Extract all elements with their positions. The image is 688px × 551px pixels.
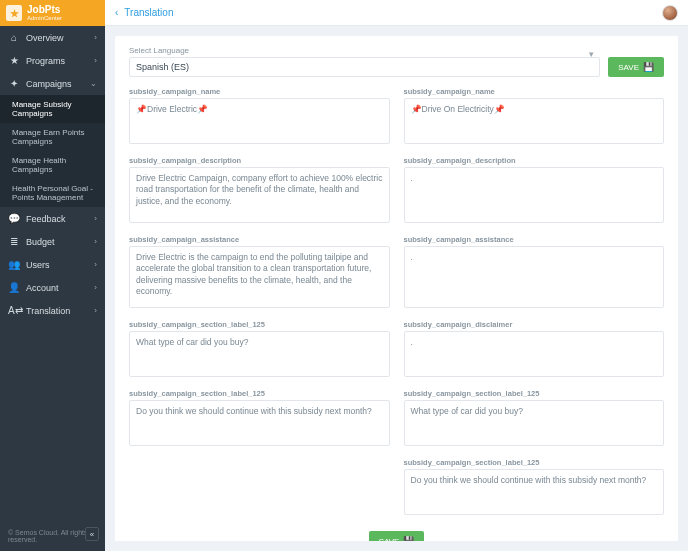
src-desc-input[interactable]: Drive Electric Campaign, company effort … <box>129 167 390 223</box>
field-tgt-assist: subsidy_campaign_assistance . <box>404 235 665 310</box>
src-assist-input[interactable]: Drive Electric is the campaign to end th… <box>129 246 390 308</box>
star-icon: ★ <box>8 55 20 66</box>
brand-logo: ★ <box>6 5 22 21</box>
chevron-right-icon: › <box>94 237 97 246</box>
field-label: subsidy_campaign_name <box>404 87 665 96</box>
field-src-q2: subsidy_campaign_section_label_125 Do yo… <box>129 389 390 448</box>
subnav-manage-health[interactable]: Manage Health Campaigns <box>0 151 105 179</box>
tgt-desc-input[interactable]: . <box>404 167 665 223</box>
tgt-disc-input[interactable]: . <box>404 331 665 377</box>
chevron-right-icon: › <box>94 306 97 315</box>
field-label: subsidy_campaign_section_label_125 <box>129 320 390 329</box>
field-label: subsidy_campaign_assistance <box>404 235 665 244</box>
nav-label: Campaigns <box>26 79 84 89</box>
field-tgt-q1: subsidy_campaign_section_label_125 What … <box>404 389 665 448</box>
users-icon: 👥 <box>8 259 20 270</box>
field-src-q1: subsidy_campaign_section_label_125 What … <box>129 320 390 379</box>
chevron-down-icon: ⌄ <box>90 79 97 88</box>
nav-budget[interactable]: ≣ Budget › <box>0 230 105 253</box>
src-name-input[interactable]: 📌Drive Electric📌 <box>129 98 390 144</box>
nav: ⌂ Overview › ★ Programs › ✦ Campaigns ⌄ … <box>0 26 105 521</box>
field-tgt-disc: subsidy_campaign_disclaimer . <box>404 320 665 379</box>
language-select[interactable]: Spanish (ES) <box>129 57 600 77</box>
src-q1-input[interactable]: What type of car did you buy? <box>129 331 390 377</box>
dashboard-icon: ⌂ <box>8 32 20 43</box>
nav-feedback[interactable]: 💬 Feedback › <box>0 207 105 230</box>
copyright: © Semos Cloud. All rights reserved. <box>8 529 87 543</box>
page-title: Translation <box>124 7 173 18</box>
tgt-name-input[interactable]: 📌Drive On Electricity📌 <box>404 98 665 144</box>
field-tgt-q2: subsidy_campaign_section_label_125 Do yo… <box>404 458 665 517</box>
chevron-right-icon: › <box>94 214 97 223</box>
save-icon: 💾 <box>643 62 654 72</box>
field-label: subsidy_campaign_section_label_125 <box>129 389 390 398</box>
chevron-right-icon: › <box>94 33 97 42</box>
field-tgt-desc: subsidy_campaign_description . <box>404 156 665 225</box>
field-label: subsidy_campaign_assistance <box>129 235 390 244</box>
field-tgt-name: subsidy_campaign_name 📌Drive On Electric… <box>404 87 665 146</box>
tgt-q2-input[interactable]: Do you think we should continue with thi… <box>404 469 665 515</box>
nav-label: Account <box>26 283 88 293</box>
account-icon: 👤 <box>8 282 20 293</box>
chat-icon: 💬 <box>8 213 20 224</box>
nav-label: Translation <box>26 306 88 316</box>
subnav-manage-earn[interactable]: Manage Earn Points Campaigns <box>0 123 105 151</box>
campaigns-subnav: Manage Subsidy Campaigns Manage Earn Poi… <box>0 95 105 207</box>
language-select-wrap: Select Language Spanish (ES) <box>129 46 600 77</box>
save-icon: 💾 <box>403 536 414 541</box>
main: Select Language Spanish (ES) SAVE 💾 subs… <box>115 36 678 541</box>
field-label: subsidy_campaign_section_label_125 <box>404 389 665 398</box>
chevron-right-icon: › <box>94 283 97 292</box>
language-label: Select Language <box>129 46 600 55</box>
avatar[interactable] <box>662 5 678 21</box>
nav-overview[interactable]: ⌂ Overview › <box>0 26 105 49</box>
nav-campaigns[interactable]: ✦ Campaigns ⌄ <box>0 72 105 95</box>
save-button-bottom[interactable]: SAVE 💾 <box>369 531 425 541</box>
budget-icon: ≣ <box>8 236 20 247</box>
gift-icon: ✦ <box>8 78 20 89</box>
topbar: ‹ Translation <box>105 0 688 26</box>
subnav-health-personal[interactable]: Health Personal Goal - Points Management <box>0 179 105 207</box>
field-label: subsidy_campaign_description <box>404 156 665 165</box>
brand: ★ JobPts AdminCenter <box>0 0 105 26</box>
tgt-assist-input[interactable]: . <box>404 246 665 308</box>
nav-label: Programs <box>26 56 88 66</box>
save-label: SAVE <box>379 537 400 542</box>
subnav-manage-subsidy[interactable]: Manage Subsidy Campaigns <box>0 95 105 123</box>
panel: Select Language Spanish (ES) SAVE 💾 subs… <box>115 36 678 541</box>
nav-users[interactable]: 👥 Users › <box>0 253 105 276</box>
field-label: subsidy_campaign_name <box>129 87 390 96</box>
field-src-name: subsidy_campaign_name 📌Drive Electric📌 <box>129 87 390 146</box>
save-label: SAVE <box>618 63 639 72</box>
tgt-q1-input[interactable]: What type of car did you buy? <box>404 400 665 446</box>
nav-programs[interactable]: ★ Programs › <box>0 49 105 72</box>
nav-label: Overview <box>26 33 88 43</box>
sidebar-footer: © Semos Cloud. All rights reserved. « <box>0 521 105 551</box>
nav-account[interactable]: 👤 Account › <box>0 276 105 299</box>
nav-translation[interactable]: A⇄ Translation › <box>0 299 105 322</box>
field-label: subsidy_campaign_disclaimer <box>404 320 665 329</box>
translation-icon: A⇄ <box>8 305 20 316</box>
fields-grid: subsidy_campaign_name 📌Drive Electric📌 s… <box>129 87 664 517</box>
field-label: subsidy_campaign_description <box>129 156 390 165</box>
collapse-sidebar-button[interactable]: « <box>85 527 99 541</box>
field-src-assist: subsidy_campaign_assistance Drive Electr… <box>129 235 390 310</box>
src-q2-input[interactable]: Do you think we should continue with thi… <box>129 400 390 446</box>
back-button[interactable]: ‹ <box>115 7 118 18</box>
chevron-right-icon: › <box>94 56 97 65</box>
sidebar: ★ JobPts AdminCenter ⌂ Overview › ★ Prog… <box>0 0 105 551</box>
nav-label: Users <box>26 260 88 270</box>
field-src-desc: subsidy_campaign_description Drive Elect… <box>129 156 390 225</box>
brand-title: JobPts <box>27 5 62 15</box>
nav-label: Feedback <box>26 214 88 224</box>
field-label: subsidy_campaign_section_label_125 <box>404 458 665 467</box>
chevron-right-icon: › <box>94 260 97 269</box>
nav-label: Budget <box>26 237 88 247</box>
save-button-top[interactable]: SAVE 💾 <box>608 57 664 77</box>
brand-subtitle: AdminCenter <box>27 15 62 21</box>
